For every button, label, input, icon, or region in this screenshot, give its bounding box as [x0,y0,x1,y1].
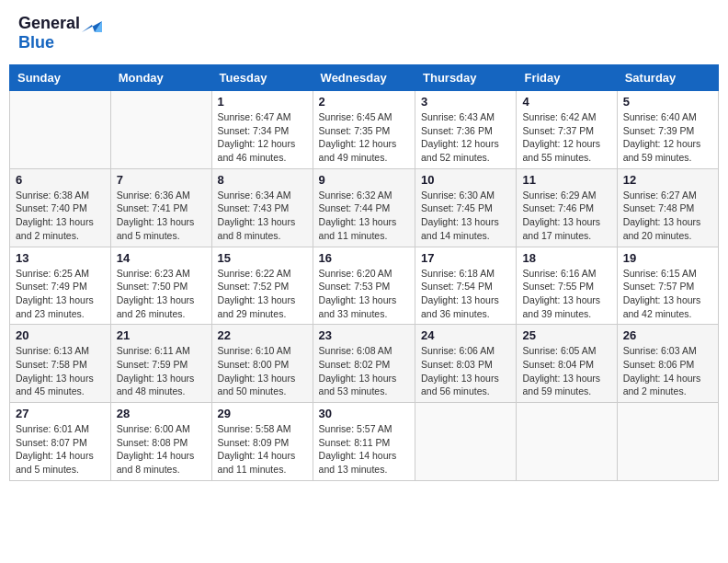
day-number: 23 [319,328,409,342]
day-number: 27 [16,407,105,420]
calendar-cell: 19Sunrise: 6:15 AM Sunset: 7:57 PM Dayli… [617,247,718,325]
calendar-header-monday: Monday [110,65,211,91]
day-detail: Sunrise: 6:01 AM Sunset: 8:07 PM Dayligh… [16,422,105,477]
calendar-header-saturday: Saturday [617,65,718,91]
calendar-cell: 27Sunrise: 6:01 AM Sunset: 8:07 PM Dayli… [10,403,111,481]
day-detail: Sunrise: 6:08 AM Sunset: 8:02 PM Dayligh… [319,344,409,398]
calendar-cell: 26Sunrise: 6:03 AM Sunset: 8:06 PM Dayli… [617,325,718,403]
calendar-week-3: 13Sunrise: 6:25 AM Sunset: 7:49 PM Dayli… [10,247,719,325]
calendar-header-wednesday: Wednesday [313,65,415,91]
calendar-cell: 5Sunrise: 6:40 AM Sunset: 7:39 PM Daylig… [617,91,718,169]
logo: General Blue [18,14,102,52]
day-detail: Sunrise: 5:58 AM Sunset: 8:09 PM Dayligh… [218,422,307,477]
day-detail: Sunrise: 6:20 AM Sunset: 7:53 PM Dayligh… [319,267,409,321]
day-detail: Sunrise: 6:22 AM Sunset: 7:52 PM Dayligh… [218,267,307,321]
calendar-cell [415,403,517,481]
day-detail: Sunrise: 6:23 AM Sunset: 7:50 PM Dayligh… [117,267,206,321]
day-number: 26 [623,328,712,342]
calendar-cell: 12Sunrise: 6:27 AM Sunset: 7:48 PM Dayli… [617,168,718,247]
calendar-cell: 13Sunrise: 6:25 AM Sunset: 7:49 PM Dayli… [10,247,111,325]
calendar-week-1: 1Sunrise: 6:47 AM Sunset: 7:34 PM Daylig… [10,91,719,169]
calendar-cell: 4Sunrise: 6:42 AM Sunset: 7:37 PM Daylig… [517,91,617,169]
calendar-cell: 22Sunrise: 6:10 AM Sunset: 8:00 PM Dayli… [211,325,313,403]
calendar-cell [517,403,617,481]
day-detail: Sunrise: 6:16 AM Sunset: 7:55 PM Dayligh… [522,267,610,321]
calendar-header-sunday: Sunday [10,65,111,91]
day-detail: Sunrise: 6:32 AM Sunset: 7:44 PM Dayligh… [319,189,409,243]
day-detail: Sunrise: 6:13 AM Sunset: 7:58 PM Dayligh… [16,344,105,398]
day-number: 13 [16,251,105,265]
calendar-cell: 9Sunrise: 6:32 AM Sunset: 7:44 PM Daylig… [313,168,415,247]
day-detail: Sunrise: 6:43 AM Sunset: 7:36 PM Dayligh… [421,110,510,165]
calendar-week-2: 6Sunrise: 6:38 AM Sunset: 7:40 PM Daylig… [10,168,719,247]
calendar-header-row: SundayMondayTuesdayWednesdayThursdayFrid… [10,65,719,91]
day-detail: Sunrise: 6:38 AM Sunset: 7:40 PM Dayligh… [16,189,105,243]
calendar-header-friday: Friday [517,65,617,91]
calendar-cell: 3Sunrise: 6:43 AM Sunset: 7:36 PM Daylig… [415,91,517,169]
day-number: 15 [218,251,307,265]
day-number: 16 [319,251,409,265]
calendar-cell: 29Sunrise: 5:58 AM Sunset: 8:09 PM Dayli… [211,403,313,481]
calendar-header-tuesday: Tuesday [211,65,313,91]
day-number: 1 [218,95,307,109]
day-detail: Sunrise: 6:27 AM Sunset: 7:48 PM Dayligh… [623,189,712,243]
calendar-cell [617,403,718,481]
calendar-cell: 6Sunrise: 6:38 AM Sunset: 7:40 PM Daylig… [10,168,111,247]
calendar-cell: 2Sunrise: 6:45 AM Sunset: 7:35 PM Daylig… [313,91,415,169]
calendar-table: SundayMondayTuesdayWednesdayThursdayFrid… [9,64,719,481]
day-number: 2 [319,95,409,109]
day-number: 7 [117,173,206,187]
calendar-cell [110,91,211,169]
page-header: General Blue [9,9,719,57]
day-detail: Sunrise: 6:34 AM Sunset: 7:43 PM Dayligh… [218,189,307,243]
day-detail: Sunrise: 6:00 AM Sunset: 8:08 PM Dayligh… [117,422,206,477]
calendar-cell: 21Sunrise: 6:11 AM Sunset: 7:59 PM Dayli… [110,325,211,403]
day-detail: Sunrise: 6:15 AM Sunset: 7:57 PM Dayligh… [623,267,712,321]
day-number: 29 [218,407,307,420]
calendar-cell: 28Sunrise: 6:00 AM Sunset: 8:08 PM Dayli… [110,403,211,481]
day-number: 21 [117,328,206,342]
day-number: 4 [522,95,610,109]
calendar-cell: 10Sunrise: 6:30 AM Sunset: 7:45 PM Dayli… [415,168,517,247]
calendar-cell: 16Sunrise: 6:20 AM Sunset: 7:53 PM Dayli… [313,247,415,325]
day-detail: Sunrise: 6:45 AM Sunset: 7:35 PM Dayligh… [319,110,409,165]
day-detail: Sunrise: 6:40 AM Sunset: 7:39 PM Dayligh… [623,110,712,165]
calendar-cell: 24Sunrise: 6:06 AM Sunset: 8:03 PM Dayli… [415,325,517,403]
calendar-cell: 8Sunrise: 6:34 AM Sunset: 7:43 PM Daylig… [211,168,313,247]
day-number: 19 [623,251,712,265]
day-detail: Sunrise: 5:57 AM Sunset: 8:11 PM Dayligh… [319,422,409,477]
calendar-cell: 14Sunrise: 6:23 AM Sunset: 7:50 PM Dayli… [110,247,211,325]
calendar-cell: 7Sunrise: 6:36 AM Sunset: 7:41 PM Daylig… [110,168,211,247]
calendar-cell: 17Sunrise: 6:18 AM Sunset: 7:54 PM Dayli… [415,247,517,325]
day-number: 9 [319,173,409,187]
day-detail: Sunrise: 6:10 AM Sunset: 8:00 PM Dayligh… [218,344,307,398]
day-detail: Sunrise: 6:25 AM Sunset: 7:49 PM Dayligh… [16,267,105,321]
day-number: 28 [117,407,206,420]
logo-bird-icon [82,16,102,32]
day-number: 5 [623,95,712,109]
day-detail: Sunrise: 6:11 AM Sunset: 7:59 PM Dayligh… [117,344,206,398]
calendar-cell: 20Sunrise: 6:13 AM Sunset: 7:58 PM Dayli… [10,325,111,403]
day-number: 12 [623,173,712,187]
day-number: 18 [522,251,610,265]
calendar-cell: 18Sunrise: 6:16 AM Sunset: 7:55 PM Dayli… [517,247,617,325]
day-detail: Sunrise: 6:03 AM Sunset: 8:06 PM Dayligh… [623,344,712,398]
day-detail: Sunrise: 6:05 AM Sunset: 8:04 PM Dayligh… [522,344,610,398]
logo-blue-text: Blue [18,33,54,52]
day-number: 11 [522,173,610,187]
day-number: 3 [421,95,510,109]
day-number: 25 [522,328,610,342]
day-number: 17 [421,251,510,265]
day-detail: Sunrise: 6:30 AM Sunset: 7:45 PM Dayligh… [421,189,510,243]
calendar-cell: 30Sunrise: 5:57 AM Sunset: 8:11 PM Dayli… [313,403,415,481]
day-detail: Sunrise: 6:36 AM Sunset: 7:41 PM Dayligh… [117,189,206,243]
day-number: 14 [117,251,206,265]
day-detail: Sunrise: 6:06 AM Sunset: 8:03 PM Dayligh… [421,344,510,398]
day-number: 24 [421,328,510,342]
calendar-cell: 15Sunrise: 6:22 AM Sunset: 7:52 PM Dayli… [211,247,313,325]
day-detail: Sunrise: 6:42 AM Sunset: 7:37 PM Dayligh… [522,110,610,165]
day-detail: Sunrise: 6:47 AM Sunset: 7:34 PM Dayligh… [218,110,307,165]
day-number: 22 [218,328,307,342]
calendar-week-4: 20Sunrise: 6:13 AM Sunset: 7:58 PM Dayli… [10,325,719,403]
calendar-week-5: 27Sunrise: 6:01 AM Sunset: 8:07 PM Dayli… [10,403,719,481]
